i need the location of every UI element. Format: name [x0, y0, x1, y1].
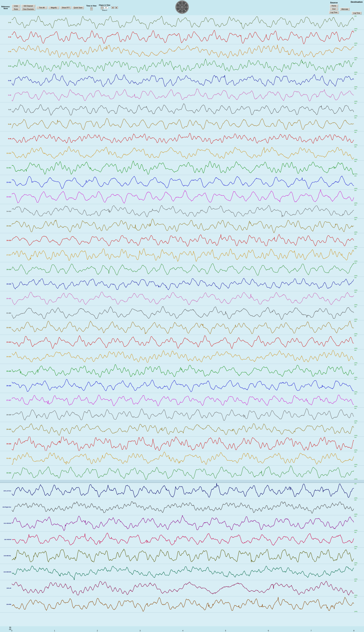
trace-canvas[interactable]: [12, 422, 354, 436]
trim-all-button[interactable]: Trim All: [36, 6, 47, 9]
trace-canvas[interactable]: [12, 437, 354, 451]
destination-label: Destination: [351, 1, 363, 3]
trace-canvas[interactable]: [12, 233, 354, 247]
time-plus-btn[interactable]: +: [90, 7, 93, 9]
scale-nums: 100(100): [354, 364, 364, 378]
channel-label: 2-42: [0, 36, 12, 38]
trace-canvas[interactable]: [12, 146, 354, 160]
trace-canvas-special[interactable]: [12, 596, 354, 612]
scale-nums-special: 100(100): [354, 564, 364, 580]
channel-label: 22-422: [0, 327, 12, 329]
trace-canvas-special[interactable]: [12, 515, 354, 531]
trace-canvas-special[interactable]: [12, 564, 354, 580]
quick-save-button[interactable]: Quick Save: [72, 6, 84, 9]
channel-label: 23-423: [0, 341, 12, 343]
channel-label: 3-43: [0, 51, 12, 52]
clear-brackets-button[interactable]: Clear Brackets: [21, 8, 36, 11]
time-minus-btn[interactable]: −: [90, 9, 93, 11]
scale-nums: 100(100): [354, 160, 364, 175]
trace-canvas-special[interactable]: [12, 483, 354, 499]
trace-canvas[interactable]: [12, 262, 354, 276]
reference-label: Reference:: [1, 6, 10, 8]
trace-canvas[interactable]: [12, 219, 354, 233]
magnify-button[interactable]: Magnify: [48, 6, 59, 9]
channel-label: 19-419: [0, 283, 12, 285]
axis-tick: 3: [140, 630, 140, 632]
trace-canvas[interactable]: [12, 59, 354, 73]
undo-redo-group: Undo Redo: [12, 5, 20, 11]
trace-row: 31-431100(100): [0, 451, 364, 466]
nav-right-btn[interactable]: ▶: [115, 7, 118, 9]
kill-clear-group: Kill Channel Clear Brackets: [21, 5, 36, 11]
scale-nums: 100(100): [354, 248, 364, 262]
trace-canvas[interactable]: [12, 393, 354, 407]
channel-label: 10-410: [0, 152, 12, 154]
trace-canvas[interactable]: [12, 248, 354, 262]
trace-row: 30-430100(100): [0, 437, 364, 451]
trace-area: 1-41100(100)2-42100(100)3-43100(100)4-44…: [0, 15, 364, 626]
trace-canvas[interactable]: [12, 160, 354, 175]
trace-canvas[interactable]: [12, 15, 354, 30]
home-button[interactable]: Home: [330, 5, 338, 7]
channel-label-special: 130-Right Ear: [0, 506, 12, 508]
trace-canvas[interactable]: [12, 277, 354, 291]
trace-canvas[interactable]: [12, 88, 354, 102]
time-in-view-label: Time in View: [86, 5, 96, 7]
scale-nums: 100(100): [354, 451, 364, 465]
trace-row: 26-426100(100): [0, 378, 364, 393]
log-time-dest-button[interactable]: Log Time: [352, 12, 362, 15]
channel-label: 7-47: [0, 109, 12, 111]
log-time-source-button[interactable]: Log Time: [329, 11, 339, 14]
trace-canvas[interactable]: [12, 335, 354, 349]
trace-canvas[interactable]: [12, 306, 354, 320]
trace-canvas-special[interactable]: [12, 499, 354, 515]
undo-button[interactable]: Undo: [12, 5, 20, 8]
axis-tick: 6: [268, 630, 269, 632]
end-button[interactable]: End: [330, 8, 338, 11]
show-fft-button[interactable]: Show FFT: [60, 6, 71, 9]
scale-nums-special: 100(100): [354, 548, 364, 564]
chans-minus-btn[interactable]: −: [101, 8, 103, 10]
channel-label-special: 131-VEOGS: [0, 522, 12, 524]
nav-left-btn[interactable]: ◀: [111, 7, 114, 9]
trace-canvas[interactable]: [12, 44, 354, 59]
trace-canvas[interactable]: [12, 451, 354, 465]
trace-canvas[interactable]: [12, 291, 354, 305]
scale-nums: 100(100): [354, 335, 364, 349]
logo-circle: [175, 0, 189, 14]
chans-value-input[interactable]: [104, 7, 108, 9]
redo-button[interactable]: Redo: [12, 8, 20, 11]
scale-nums: 100(100): [354, 131, 364, 146]
trace-canvas[interactable]: [12, 73, 354, 88]
trace-canvas[interactable]: [12, 190, 354, 204]
reference-value: None: [4, 8, 8, 10]
trace-canvas-special[interactable]: [12, 531, 354, 547]
chans-plus-btn[interactable]: +: [101, 6, 103, 8]
source-section: Source Home End Log Time: [329, 1, 339, 14]
trace-canvas[interactable]: [12, 378, 354, 393]
axis-tick: 2: [97, 630, 98, 632]
trace-canvas[interactable]: [12, 349, 354, 364]
time-minus-plus: + −: [90, 7, 93, 11]
channel-label: 27-427: [0, 399, 12, 401]
header: Reference: None Undo Redo Kill Channel C…: [0, 0, 364, 15]
trace-canvas[interactable]: [12, 408, 354, 422]
trace-canvas[interactable]: [12, 175, 354, 189]
trace-canvas[interactable]: [12, 131, 354, 146]
trace-canvas[interactable]: [12, 466, 354, 480]
channel-label-special: 132-VEOGI: [0, 539, 12, 540]
scale-nums: 100(100): [354, 349, 364, 364]
kill-channel-button[interactable]: Kill Channel: [21, 5, 36, 8]
trace-canvas[interactable]: [12, 30, 354, 44]
destination-section: Destination Log Time: [351, 1, 363, 15]
trace-canvas-special[interactable]: [12, 580, 354, 596]
trace-canvas[interactable]: [12, 117, 354, 131]
trace-canvas[interactable]: [12, 204, 354, 218]
bottom-axis-ticks: 012345678: [12, 626, 354, 632]
channel-label-special: 129-Left Ear: [0, 490, 12, 492]
trace-canvas[interactable]: [12, 320, 354, 335]
trace-canvas[interactable]: [12, 364, 354, 378]
alternate-button[interactable]: Alternate: [340, 8, 350, 11]
trace-canvas-special[interactable]: [12, 548, 354, 564]
trace-canvas[interactable]: [12, 102, 354, 117]
